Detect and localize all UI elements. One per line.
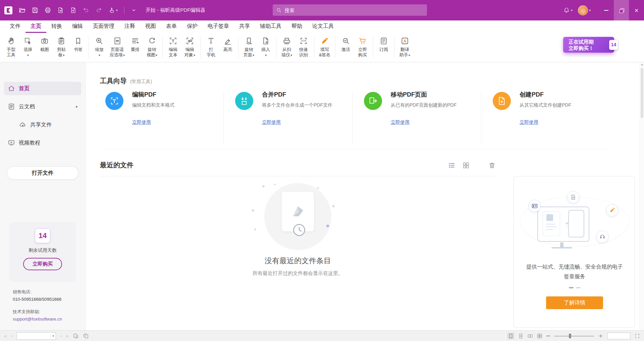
esign-tool-button[interactable]: ▾	[108, 7, 118, 14]
single-page-view-button[interactable]	[507, 333, 514, 339]
ribbon-edit-object[interactable]: 编辑 对象	[181, 33, 198, 62]
ribbon-snapshot[interactable]: 截图	[36, 33, 53, 62]
fullscreen-button[interactable]	[635, 333, 640, 339]
menu-item-help[interactable]: 帮助	[286, 20, 307, 33]
account-button[interactable]: ▾	[578, 5, 591, 15]
ribbon-collapse-button[interactable]	[131, 7, 137, 13]
continuous-view-button[interactable]	[518, 333, 524, 339]
ribbon-hand-tool[interactable]: 手型 工具	[3, 33, 19, 62]
menu-item-form[interactable]: 表单	[161, 20, 182, 33]
card-create-pdf[interactable]: 创建PDF 从其它格式文件创建PDF 立即使用	[481, 91, 610, 144]
menu-item-file[interactable]: 文件	[5, 20, 25, 33]
export-pdf-button[interactable]	[57, 7, 64, 14]
zoom-slider-thumb[interactable]	[569, 334, 571, 338]
sidebar-item-cloud-docs[interactable]: 云文档 ▾	[4, 100, 81, 113]
carousel-dot[interactable]	[576, 287, 581, 288]
use-now-link[interactable]: 立即使用	[132, 119, 151, 125]
menu-item-accessibility[interactable]: 辅助工具	[255, 20, 286, 33]
sidebar-item-home[interactable]: 首页	[4, 82, 81, 95]
content-scrollbar[interactable]: ▲	[640, 62, 644, 330]
sidebar-item-shared-files[interactable]: 共享文件	[15, 118, 81, 131]
card-merge-pdf[interactable]: 合并PDF 将多个文件合并生成一个PDF文件 立即使用	[223, 91, 352, 144]
menu-item-esign[interactable]: 电子签章	[203, 20, 234, 33]
ribbon-buy-now[interactable]: 立即 购买	[354, 33, 371, 62]
save-button[interactable]	[32, 7, 39, 14]
ribbon-rotate-view[interactable]: 旋转 视图	[144, 33, 160, 62]
use-now-link[interactable]: 立即使用	[262, 119, 281, 125]
menu-item-page-manage[interactable]: 页面管理	[88, 20, 119, 33]
ribbon-subscribe[interactable]: 订阅	[375, 33, 392, 62]
notifications-button[interactable]: ▾	[563, 7, 573, 14]
menu-item-edit[interactable]: 编辑	[67, 20, 88, 33]
user-avatar[interactable]	[578, 5, 588, 15]
buy-now-button[interactable]: 立即购买	[23, 258, 62, 270]
scrollbar-thumb[interactable]	[641, 68, 643, 118]
use-now-link[interactable]: 立即使用	[391, 119, 410, 125]
ribbon-insert[interactable]: 插入	[257, 33, 274, 62]
ribbon-typewriter[interactable]: 打 字机	[203, 33, 219, 62]
menu-item-paper-tools[interactable]: 论文工具	[307, 20, 339, 33]
undo-button[interactable]	[83, 7, 90, 14]
ribbon-bookmark[interactable]: 书签	[70, 33, 87, 62]
ribbon-from-scanner[interactable]: 从扫 描仪	[278, 33, 295, 62]
ribbon-zoom[interactable]: 缩放	[91, 33, 108, 62]
last-page-button[interactable]: »	[66, 333, 68, 338]
open-file-button[interactable]	[18, 7, 26, 14]
search-box[interactable]	[273, 4, 427, 16]
page-number-box[interactable]: ▾	[16, 332, 56, 340]
menu-item-convert[interactable]: 转换	[46, 20, 67, 33]
ribbon-reflow[interactable]: 重排	[127, 33, 144, 62]
zoom-slider[interactable]	[554, 333, 594, 339]
menu-item-home[interactable]: 主页	[25, 20, 46, 33]
use-now-link[interactable]: 立即使用	[520, 119, 538, 125]
prev-view-button[interactable]	[73, 333, 79, 339]
zoom-out-button[interactable]	[546, 336, 550, 336]
sidebar-item-video-tutorials[interactable]: 视频教程	[4, 136, 81, 150]
trial-buy-badge[interactable]: 正在试用期 立即购买！ 14	[563, 37, 614, 53]
typewriter-icon	[207, 36, 215, 46]
create-pdf-button[interactable]	[70, 7, 77, 14]
ribbon-translate-assistant[interactable]: A 翻译 助手	[396, 33, 413, 62]
ribbon-edit-text[interactable]: 编辑 文本	[165, 33, 181, 62]
menu-item-protect[interactable]: 保护	[182, 20, 203, 33]
first-page-button[interactable]: «	[4, 333, 7, 338]
grid-view-button[interactable]	[462, 162, 470, 169]
ribbon-select[interactable]: 选择	[19, 33, 36, 62]
esign-promo-text: 提供一站式、无缝流畅、安全合规的电子签章服务	[524, 262, 625, 281]
facing-continuous-view-button[interactable]	[537, 333, 542, 339]
menu-item-share[interactable]: 共享	[234, 20, 255, 33]
prev-page-button[interactable]: ‹	[11, 333, 12, 338]
zoom-input[interactable]	[607, 333, 631, 339]
ribbon-clipboard[interactable]: 剪贴 板	[53, 33, 70, 62]
open-file-main-button[interactable]: 打开文件	[7, 166, 78, 180]
ribbon-quick-ocr[interactable]: OCR 快速 识别	[295, 33, 312, 62]
cloud-docs-caret-icon[interactable]: ▾	[75, 105, 77, 109]
ribbon-page-fit[interactable]: 页面适 应选项	[108, 33, 127, 62]
next-page-button[interactable]: ›	[60, 333, 62, 338]
scroll-up-icon[interactable]: ▲	[640, 63, 644, 66]
clear-recent-button[interactable]	[488, 162, 496, 169]
list-view-button[interactable]	[448, 162, 455, 169]
minimize-button[interactable]	[599, 0, 614, 20]
ribbon-highlight[interactable]: 高亮	[219, 33, 236, 62]
close-button[interactable]: ×	[629, 0, 644, 20]
search-input[interactable]	[284, 7, 424, 13]
ribbon-rotate-pages[interactable]: 旋转 页面	[240, 33, 257, 62]
carousel-dot[interactable]	[569, 287, 574, 288]
print-button[interactable]	[44, 7, 51, 14]
page-number-input[interactable]	[17, 333, 50, 339]
menu-item-view[interactable]: 视图	[140, 20, 161, 33]
support-email-link[interactable]: support@foxitsoftware.cn	[13, 316, 62, 323]
zoom-in-button[interactable]	[598, 334, 603, 338]
ribbon-activate[interactable]: 激活	[337, 33, 354, 62]
ribbon-fill-sign[interactable]: 填写 &签名	[316, 33, 333, 62]
page-dropdown-caret-icon[interactable]: ▾	[50, 334, 56, 338]
next-view-button[interactable]	[83, 333, 89, 339]
card-edit-pdf[interactable]: 编辑PDF 编辑文档和文本格式 立即使用	[100, 91, 223, 144]
card-move-pdf-pages[interactable]: 移动PDF页面 从已有的PDF页面创建新的PDF 立即使用	[352, 91, 481, 144]
learn-more-button[interactable]: 了解详情	[546, 296, 603, 309]
menu-item-comment[interactable]: 注释	[119, 20, 140, 33]
redo-button[interactable]	[95, 7, 102, 14]
facing-view-button[interactable]	[528, 333, 533, 339]
restore-button[interactable]	[614, 0, 629, 20]
